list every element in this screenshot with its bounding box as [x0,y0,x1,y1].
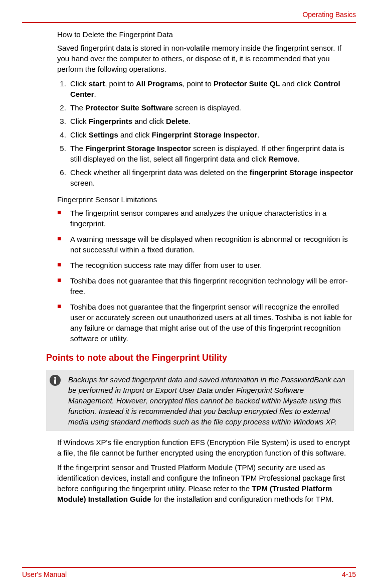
text: . [189,117,191,125]
text: Click [70,117,89,125]
text: , point to [182,79,214,88]
bold: Protector Suite QL [214,79,280,88]
step-4: Click Settings and click Fingerprint Sto… [68,129,354,140]
limits-list: The fingerprint sensor compares and anal… [57,208,354,344]
step-3: Click Fingerprints and click Delete. [68,116,354,126]
footer-rule [22,567,356,568]
bold: Fingerprint Storage Inspector [152,130,258,139]
efs-paragraph: If Windows XP's file encryption function… [57,437,354,458]
text: screen. [70,179,95,187]
bold: Fingerprint Storage Inspector [85,144,191,153]
bold: fingerprint Storage inspector [250,168,353,177]
page: Operating Basics How to Delete the Finge… [0,0,370,588]
step-1: Click start, point to All Programs, poin… [68,78,354,99]
info-icon [49,374,61,389]
text: Click [70,130,89,139]
howto-title: How to Delete the Fingerprint Data [57,29,354,40]
text: Click [70,79,89,88]
text: . [94,90,96,98]
bold: start [89,79,105,88]
bold: Delete [166,117,189,125]
bold: Remove [268,155,297,163]
text: The [70,103,85,112]
bullet-item: Toshiba does not guarantee that this fin… [57,275,354,297]
bullet-item: A warning message will be displayed when… [57,234,354,255]
text: , point to [105,79,136,88]
svg-rect-2 [54,379,56,384]
text: . [298,155,300,163]
limits-title: Fingerprint Sensor Limitations [57,194,354,205]
header-rule [22,22,356,23]
howto-intro: Saved fingerprint data is stored in non-… [57,43,354,74]
step-2: The Protector Suite Software screen is d… [68,102,354,113]
svg-point-1 [54,377,56,379]
bullet-item: The recognition success rate may differ … [57,260,354,270]
bold: Fingerprints [89,117,133,125]
text: and click [118,130,152,139]
note-text: Backups for saved fingerprint data and s… [68,375,345,426]
text: and click [280,79,314,88]
text: The [70,144,85,153]
header-section-title: Operating Basics [22,10,356,20]
step-5: The Fingerprint Storage Inspector screen… [68,143,354,164]
content-area: How to Delete the Fingerprint Data Saved… [22,29,356,504]
text: . [257,130,259,139]
bold: Settings [89,130,118,139]
text: for the installation and configuration m… [151,495,334,503]
footer-row: User's Manual 4-15 [22,570,356,580]
bold: Protector Suite Software [85,103,173,112]
points-heading: Points to note about the Fingerprint Uti… [46,352,354,364]
text: and click [132,117,166,125]
bullet-item: The fingerprint sensor compares and anal… [57,208,354,229]
footer-manual: User's Manual [22,570,67,580]
text: screen is displayed. [173,103,241,112]
info-note: Backups for saved fingerprint data and s… [46,370,354,431]
tpm-paragraph: If the fingerprint sensor and Trusted Pl… [57,462,354,504]
bold: All Programs [136,79,182,88]
bullet-item: Toshiba does not guarantee that the fing… [57,302,354,344]
footer-page-number: 4-15 [342,570,356,580]
steps-list: Click start, point to All Programs, poin… [57,78,354,188]
step-6: Check whether all fingerprint data was d… [68,167,354,188]
footer: User's Manual 4-15 [22,567,356,580]
text: Check whether all fingerprint data was d… [70,168,250,177]
header-text: Operating Basics [302,10,356,20]
